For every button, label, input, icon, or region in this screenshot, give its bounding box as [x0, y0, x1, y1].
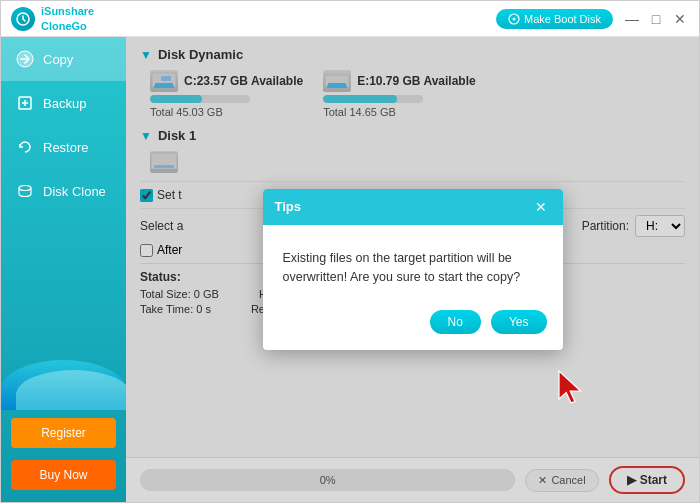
maximize-button[interactable]: □ — [647, 10, 665, 28]
modal-no-label: No — [448, 315, 463, 329]
minimize-button[interactable]: — — [623, 10, 641, 28]
window-controls: — □ ✕ — [623, 10, 689, 28]
modal-header: Tips ✕ — [263, 189, 563, 225]
modal-no-button[interactable]: No — [430, 310, 481, 334]
sidebar-item-disk-clone[interactable]: Disk Clone — [1, 169, 126, 213]
restore-label: Restore — [43, 140, 89, 155]
buy-now-button[interactable]: Buy Now — [11, 460, 116, 490]
app-name: iSunshareCloneGo — [41, 4, 94, 33]
sidebar-item-copy[interactable]: Copy — [1, 37, 126, 81]
modal-body: Existing files on the target partition w… — [263, 225, 563, 303]
buy-now-label: Buy Now — [39, 468, 87, 482]
sidebar: Copy Backup Restore Disk Clone — [1, 37, 126, 502]
title-bar: iSunshareCloneGo Make Boot Disk — □ ✕ — [1, 1, 699, 37]
cursor-arrow — [551, 367, 591, 407]
close-button[interactable]: ✕ — [671, 10, 689, 28]
disk-clone-label: Disk Clone — [43, 184, 106, 199]
backup-label: Backup — [43, 96, 86, 111]
modal-close-button[interactable]: ✕ — [531, 197, 551, 217]
content-area: ▼ Disk Dynamic C — [126, 37, 699, 502]
make-boot-disk-label: Make Boot Disk — [524, 13, 601, 25]
svg-point-2 — [512, 17, 515, 20]
modal-yes-button[interactable]: Yes — [491, 310, 547, 334]
modal-message: Existing files on the target partition w… — [283, 251, 521, 284]
register-label: Register — [41, 426, 86, 440]
modal-overlay: Tips ✕ Existing files on the target part… — [126, 37, 699, 502]
modal-footer: No Yes — [263, 302, 563, 350]
register-button[interactable]: Register — [11, 418, 116, 448]
app-window: iSunshareCloneGo Make Boot Disk — □ ✕ Co… — [0, 0, 700, 503]
modal-title: Tips — [275, 199, 302, 214]
sidebar-item-restore[interactable]: Restore — [1, 125, 126, 169]
copy-icon — [15, 49, 35, 69]
copy-label: Copy — [43, 52, 73, 67]
modal-yes-label: Yes — [509, 315, 529, 329]
make-boot-disk-button[interactable]: Make Boot Disk — [496, 9, 613, 29]
app-logo: iSunshareCloneGo — [11, 4, 94, 33]
logo-icon — [11, 7, 35, 31]
modal-dialog: Tips ✕ Existing files on the target part… — [263, 189, 563, 351]
disk-clone-icon — [15, 181, 35, 201]
svg-marker-15 — [559, 371, 581, 403]
restore-icon — [15, 137, 35, 157]
sidebar-item-backup[interactable]: Backup — [1, 81, 126, 125]
main-layout: Copy Backup Restore Disk Clone — [1, 37, 699, 502]
svg-point-7 — [19, 186, 31, 191]
disk-icon — [508, 13, 520, 25]
backup-icon — [15, 93, 35, 113]
